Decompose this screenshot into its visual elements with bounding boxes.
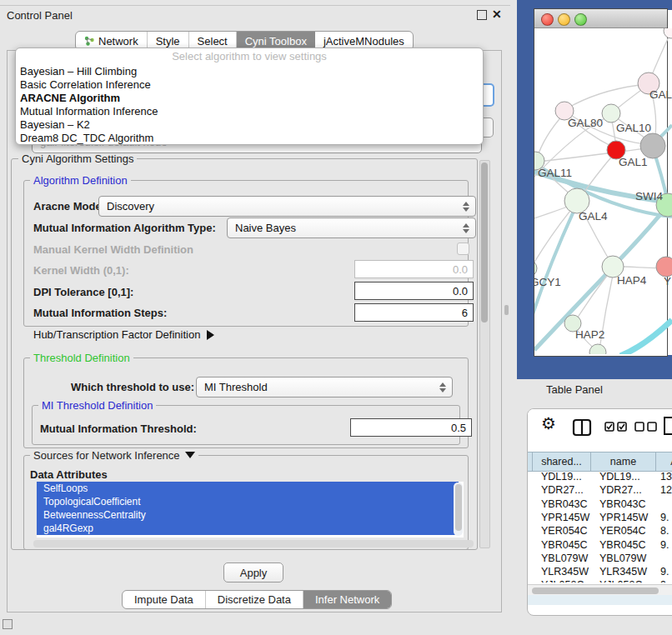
data-attributes-list: SelfLoops TopologicalCoefficient Between… — [37, 482, 464, 538]
kernel-width-field[interactable]: 0.0 — [354, 260, 474, 278]
mi-steps-field[interactable]: 6 — [354, 303, 474, 322]
algorithm-option[interactable]: Mutual Information Inference — [20, 105, 158, 118]
which-threshold-label: Which threshold to use: — [71, 381, 194, 393]
spinner-arrows-icon — [438, 378, 448, 397]
apply-button[interactable]: Apply — [223, 562, 283, 582]
algorithm-option[interactable]: Bayesian – K2 — [20, 118, 90, 131]
table-cell: YJL052C — [533, 578, 591, 582]
table-cell: 13 — [656, 470, 672, 483]
column-header-name[interactable]: name — [591, 452, 656, 471]
table-cell: YJL052C — [591, 578, 656, 582]
minimize-traffic-light[interactable] — [558, 13, 570, 26]
table-cell: 9. — [656, 565, 672, 578]
table-panel-title: Table Panel — [546, 383, 603, 396]
network-window-titlebar[interactable] — [534, 9, 667, 28]
algorithm-option[interactable]: Bayesian – Hill Climbing — [20, 65, 137, 78]
column-header-partial[interactable]: A — [656, 452, 672, 471]
screen: Control Panel ✕ Network Style Select Cyn… — [0, 0, 672, 635]
network-icon — [84, 36, 94, 46]
tab-impute-data[interactable]: Impute Data — [123, 591, 206, 608]
sources-title[interactable]: Sources for Network Inference — [30, 450, 198, 462]
table-cell: YBL079W — [533, 552, 591, 565]
column-header-shared[interactable]: shared... — [533, 452, 591, 471]
algorithm-definition-title: Algorithm Definition — [30, 175, 131, 187]
mi-type-combobox[interactable]: Naive Bayes — [227, 218, 476, 238]
bottom-tabbar: Impute Data Discretize Data Infer Networ… — [122, 590, 392, 609]
table-row[interactable]: YER054CYER054C8. — [528, 524, 672, 538]
kernel-width-label: Kernel Width (0,1): — [33, 264, 129, 277]
dpi-tolerance-label: DPI Tolerance [0,1]: — [33, 286, 133, 298]
list-scrollbar[interactable] — [454, 482, 463, 536]
algorithm-option[interactable]: Dream8 DC_TDC Algorithm — [20, 132, 153, 144]
aracne-mode-combobox[interactable]: Discovery — [98, 196, 476, 217]
list-item[interactable]: TopologicalCoefficient — [37, 495, 459, 508]
data-attributes-label: Data Attributes — [30, 468, 108, 481]
table-cell: YBR043C — [591, 498, 656, 511]
export-table-icon[interactable] — [663, 415, 672, 439]
table-cell: YLR345W — [591, 565, 656, 578]
manual-kernel-label: Manual Kernel Width Definition — [33, 243, 193, 256]
close-traffic-light[interactable] — [541, 13, 554, 26]
algorithm-option-selected[interactable]: ARACNE Algorithm — [20, 92, 120, 104]
list-item[interactable]: BetweennessCentrality — [37, 508, 459, 522]
table-row[interactable]: YBR045CYBR045C9. — [528, 538, 672, 552]
table-row[interactable]: YBR043CYBR043C — [528, 498, 672, 511]
window-top-border — [0, 5, 510, 6]
settings-gear-icon[interactable]: ⚙ — [541, 415, 556, 432]
popup-placeholder: Select algorithm to view settings — [16, 50, 483, 62]
mi-threshold-field[interactable]: 0.5 — [350, 418, 472, 437]
table-cell: YDR27... — [591, 483, 656, 497]
close-icon[interactable]: ✕ — [492, 8, 502, 21]
mi-type-label: Mutual Information Algorithm Type: — [33, 222, 216, 234]
table-row[interactable]: YDL19...YDL19...13 — [528, 470, 672, 483]
splitter-handle[interactable] — [504, 305, 509, 315]
expanded-arrow-icon — [185, 452, 195, 458]
table-row[interactable]: YBL079WYBL079W — [528, 552, 672, 565]
float-window-icon[interactable] — [477, 10, 487, 20]
table-cell: YDL19... — [591, 470, 656, 483]
settings-scrollbar[interactable] — [479, 160, 490, 548]
select-all-columns-icon[interactable] — [604, 422, 628, 434]
table-cell: YLR345W — [533, 565, 591, 578]
table-panel: ⚙ shared... name A YDL19...YDL19...13YDR… — [527, 408, 672, 616]
table-row[interactable]: YDR27...YDR27...12 — [528, 483, 672, 497]
table-cell: 8. — [656, 524, 672, 538]
mi-steps-label: Mutual Information Steps: — [33, 307, 167, 319]
spinner-arrows-icon — [461, 197, 471, 216]
table-footer-strip — [528, 595, 672, 605]
panel-title: Control Panel — [7, 9, 73, 22]
table-cell: YDR27... — [533, 483, 591, 497]
threshold-definition-title: Threshold Definition — [30, 352, 133, 364]
list-item[interactable]: SelfLoops — [37, 482, 459, 495]
unselect-all-columns-icon[interactable] — [634, 422, 658, 434]
mi-threshold-title: MI Threshold Definition — [38, 400, 156, 412]
table-cell: 9. — [656, 538, 672, 552]
table-body: YDL19...YDL19...13YDR27...YDR27...12YBR0… — [528, 470, 672, 582]
network-combobox-fragment[interactable] — [482, 118, 494, 138]
list-horizontal-scrollbar[interactable] — [33, 540, 474, 548]
zoom-traffic-light[interactable] — [574, 13, 587, 26]
table-cell: YBL079W — [591, 552, 656, 565]
hub-section-toggle[interactable]: Hub/Transcription Factor Definition — [33, 328, 214, 341]
list-item[interactable]: gal4RGexp — [37, 522, 459, 535]
dpi-tolerance-field[interactable]: 0.0 — [354, 282, 474, 300]
dock-icon[interactable] — [3, 619, 13, 629]
table-row[interactable]: YLR345WYLR345W9. — [528, 565, 672, 578]
which-threshold-combobox[interactable]: MI Threshold — [196, 377, 453, 398]
algorithm-option[interactable]: Basic Correlation Inference — [20, 78, 151, 91]
algorithm-combobox-focus-fragment[interactable] — [482, 83, 494, 107]
manual-kernel-checkbox[interactable] — [457, 242, 469, 255]
table-cell: 9. — [656, 578, 672, 582]
table-cell: YPR145W — [591, 511, 656, 524]
tab-infer-network[interactable]: Infer Network — [303, 591, 391, 608]
table-cell: YDL19... — [533, 470, 591, 483]
table-cell: YER054C — [591, 524, 656, 538]
tab-discretize-data[interactable]: Discretize Data — [206, 591, 303, 608]
mi-threshold-label: Mutual Information Threshold: — [40, 422, 197, 435]
table-row[interactable]: YJL052CYJL052C9. — [528, 578, 672, 582]
network-window — [534, 8, 668, 357]
table-row[interactable]: YPR145WYPR145W9. — [528, 511, 672, 524]
table-horizontal-scrollbar[interactable] — [528, 584, 672, 596]
split-columns-icon[interactable] — [572, 418, 592, 439]
table-cell: 12 — [656, 483, 672, 497]
